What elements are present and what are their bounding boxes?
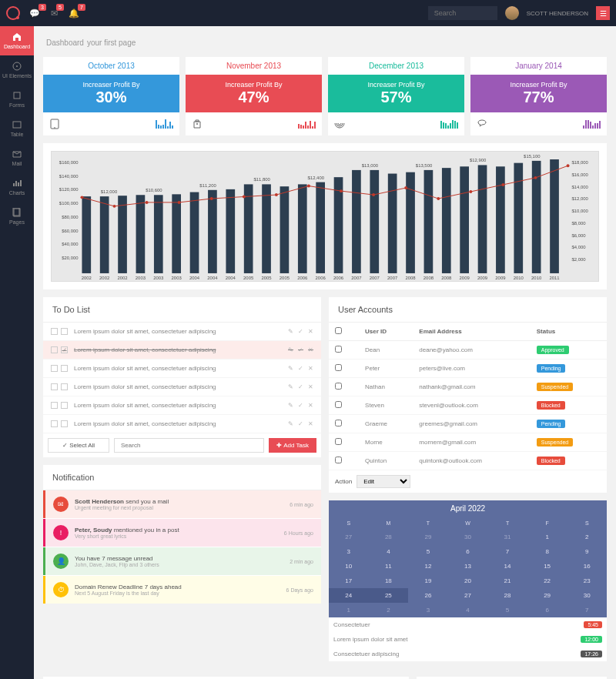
calendar-day[interactable]: 2 <box>369 603 409 617</box>
row-checkbox[interactable] <box>335 457 342 463</box>
calendar-day[interactable]: 4 <box>369 544 409 559</box>
calendar-day[interactable]: 30 <box>448 530 488 544</box>
todo-checkbox[interactable] <box>51 402 58 409</box>
calendar-day[interactable]: 17 <box>329 574 369 588</box>
row-checkbox[interactable] <box>335 383 342 390</box>
edit-icon[interactable]: ✎ <box>288 420 293 427</box>
todo-checkbox[interactable] <box>51 420 58 427</box>
delete-icon[interactable]: ✕ <box>308 346 313 353</box>
action-select[interactable]: Edit <box>357 475 410 488</box>
calendar-day[interactable]: 15 <box>527 559 567 574</box>
calendar-day[interactable]: 5 <box>487 603 527 617</box>
edit-icon[interactable]: ✎ <box>288 328 293 335</box>
mail-icon[interactable]: ✉5 <box>51 8 58 18</box>
calendar-day[interactable]: 6 <box>527 603 567 617</box>
calendar-day[interactable]: 11 <box>369 559 409 574</box>
menu-toggle-icon[interactable]: ☰ <box>596 6 610 20</box>
sidebar-item-charts[interactable]: Charts <box>0 172 34 202</box>
select-all-checkbox[interactable] <box>335 327 342 334</box>
calendar-day[interactable]: 7 <box>487 544 527 559</box>
sidebar-item-dashboard[interactable]: Dashboard <box>0 26 34 55</box>
check-icon[interactable]: ✓ <box>298 346 303 353</box>
calendar-day[interactable]: 12 <box>408 559 448 574</box>
calendar-day[interactable]: 7 <box>567 603 607 617</box>
calendar-day[interactable]: 24 <box>329 588 369 603</box>
calendar-event[interactable]: Lorem ipsum dolor sit amet12:00 <box>329 632 607 647</box>
todo-checkbox[interactable] <box>51 346 58 353</box>
row-checkbox[interactable] <box>335 401 342 408</box>
todo-done-checkbox[interactable] <box>61 402 68 409</box>
check-icon[interactable]: ✓ <box>298 402 303 409</box>
calendar-day[interactable]: 9 <box>567 544 607 559</box>
edit-icon[interactable]: ✎ <box>288 402 293 409</box>
search-input[interactable] <box>428 6 497 20</box>
calendar-day[interactable]: 27 <box>329 530 369 544</box>
notification-item[interactable]: ✉ Scott Henderson send you a mailUrgent … <box>43 490 321 518</box>
calendar-day[interactable]: 27 <box>448 588 488 603</box>
edit-icon[interactable]: ✎ <box>288 365 293 372</box>
todo-done-checkbox[interactable] <box>61 365 68 372</box>
delete-icon[interactable]: ✕ <box>308 328 313 335</box>
row-checkbox[interactable] <box>335 346 342 353</box>
notification-item[interactable]: ⏱ Domain Renew Deadline 7 days aheadNext… <box>43 576 321 604</box>
calendar-day[interactable]: 10 <box>329 559 369 574</box>
todo-done-checkbox[interactable] <box>61 420 68 427</box>
delete-icon[interactable]: ✕ <box>308 365 313 372</box>
bell-icon[interactable]: 🔔7 <box>69 8 79 18</box>
calendar-day[interactable]: 3 <box>329 544 369 559</box>
sidebar-item-pages[interactable]: Pages <box>0 202 34 231</box>
check-icon[interactable]: ✓ <box>298 365 303 372</box>
calendar-day[interactable]: 1 <box>329 603 369 617</box>
calendar-day[interactable]: 22 <box>527 574 567 588</box>
check-icon[interactable]: ✓ <box>298 328 303 335</box>
calendar-day[interactable]: 6 <box>448 544 488 559</box>
check-icon[interactable]: ✓ <box>298 420 303 427</box>
calendar-day[interactable]: 19 <box>408 574 448 588</box>
notification-item[interactable]: 👤 You have 7 message unreadJohn, Dave, J… <box>43 547 321 575</box>
row-checkbox[interactable] <box>335 438 342 445</box>
calendar-day[interactable]: 4 <box>448 603 488 617</box>
calendar-day[interactable]: 21 <box>487 574 527 588</box>
delete-icon[interactable]: ✕ <box>308 420 313 427</box>
edit-icon[interactable]: ✎ <box>288 346 293 353</box>
row-checkbox[interactable] <box>335 364 342 371</box>
calendar-day[interactable]: 23 <box>567 574 607 588</box>
calendar-day[interactable]: 14 <box>487 559 527 574</box>
calendar-day[interactable]: 8 <box>527 544 567 559</box>
select-all-button[interactable]: ✓ Select All <box>48 438 109 453</box>
calendar-day[interactable]: 25 <box>369 588 409 603</box>
todo-checkbox[interactable] <box>51 328 58 335</box>
todo-done-checkbox[interactable] <box>61 328 68 335</box>
row-checkbox[interactable] <box>335 420 342 426</box>
delete-icon[interactable]: ✕ <box>308 402 313 409</box>
sidebar-item-ui-elements[interactable]: UI Elements <box>0 55 34 85</box>
calendar-day[interactable]: 31 <box>487 530 527 544</box>
logo[interactable] <box>6 6 20 20</box>
avatar[interactable] <box>505 6 519 20</box>
add-task-button[interactable]: ✚ Add Task <box>269 438 316 453</box>
task-search-input[interactable] <box>114 438 264 453</box>
todo-checkbox[interactable] <box>51 365 58 372</box>
calendar-day[interactable]: 28 <box>487 588 527 603</box>
edit-icon[interactable]: ✎ <box>288 383 293 390</box>
todo-done-checkbox[interactable]: ✓ <box>61 346 68 353</box>
sidebar-item-mail[interactable]: Mail <box>0 143 34 172</box>
check-icon[interactable]: ✓ <box>298 383 303 390</box>
todo-checkbox[interactable] <box>51 383 58 390</box>
calendar-day[interactable]: 3 <box>408 603 448 617</box>
calendar-event[interactable]: Consectetuer adipiscing17:26 <box>329 647 607 661</box>
todo-done-checkbox[interactable] <box>61 383 68 390</box>
calendar-day[interactable]: 29 <box>408 530 448 544</box>
sidebar-item-forms[interactable]: Forms <box>0 85 34 114</box>
calendar-day[interactable]: 18 <box>369 574 409 588</box>
calendar-day[interactable]: 2 <box>567 530 607 544</box>
comments-icon[interactable]: 💬3 <box>29 8 40 18</box>
calendar-day[interactable]: 28 <box>369 530 409 544</box>
calendar-day[interactable]: 13 <box>448 559 488 574</box>
calendar-day[interactable]: 26 <box>408 588 448 603</box>
calendar-day[interactable]: 1 <box>527 530 567 544</box>
notification-item[interactable]: ! Peter, Soudy mentioned you in a postVe… <box>43 519 321 547</box>
delete-icon[interactable]: ✕ <box>308 383 313 390</box>
calendar-event[interactable]: Consectetuer5:45 <box>329 617 607 632</box>
calendar-day[interactable]: 16 <box>567 559 607 574</box>
